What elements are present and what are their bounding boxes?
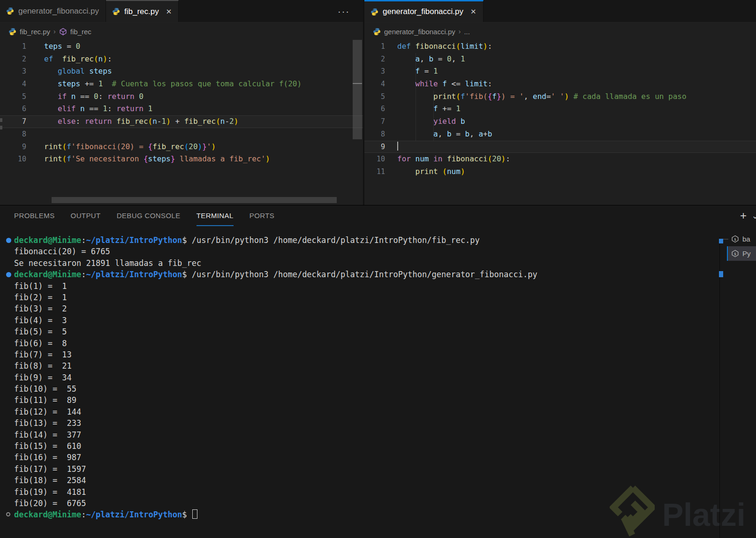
token: /usr/bin/python3 /home/deckard/platzi/In… — [187, 270, 537, 279]
token: num — [416, 154, 429, 163]
token: elif — [58, 104, 76, 113]
terminal-output[interactable]: deckard@Minime:~/platzi/IntroPython$ /us… — [0, 226, 756, 521]
code-editor-fib-rec[interactable]: 1teps = 02ef fib_rec(n):3 global steps4 … — [0, 40, 363, 166]
code-line[interactable]: 4 while f <= limit: — [364, 78, 756, 91]
token — [67, 92, 71, 101]
code-line[interactable]: 5 if n == 0: return 0 — [0, 91, 363, 103]
code-line[interactable]: 7 yield b — [364, 115, 756, 128]
token: <= — [447, 79, 465, 88]
token: fibonacci(20) = 6765 — [14, 247, 110, 256]
token — [44, 104, 58, 113]
line-number: 6 — [0, 103, 26, 115]
horizontal-scrollbar[interactable] — [52, 197, 337, 203]
editor-actions-more-icon[interactable]: ··· — [338, 0, 350, 23]
code-line[interactable]: 8 — [0, 128, 363, 141]
tab-debug-console[interactable]: DEBUG CONSOLE — [117, 205, 181, 226]
token: = — [420, 67, 433, 76]
token: b — [429, 54, 433, 63]
token: limit — [465, 79, 488, 88]
token: ( — [62, 154, 67, 163]
tab-problems[interactable]: PROBLEMS — [14, 205, 55, 226]
code-line[interactable]: 2 a, b = 0, 1 — [364, 53, 756, 66]
tab-bar-right: generator_fibonacci.py ✕ — [364, 0, 756, 23]
token: $ — [182, 235, 187, 245]
breadcrumb[interactable]: generator_fibonacci.py › ... — [364, 23, 756, 40]
code-line[interactable]: 8 a, b = b, a+b — [364, 128, 756, 141]
token: ( — [488, 154, 492, 163]
tab-label: generator_fibonacci.py — [383, 7, 463, 16]
token: # Cuenta los pasos que toma calcular f(2… — [112, 79, 302, 88]
terminal-list-item[interactable]: $Py — [727, 246, 756, 261]
token: ( — [216, 117, 220, 126]
token: fib_rec — [152, 142, 184, 151]
terminal-bash-icon: $ — [731, 250, 739, 258]
left-edge-mark — [0, 126, 2, 129]
close-icon[interactable]: ✕ — [166, 8, 172, 16]
new-terminal-icon[interactable]: + — [740, 209, 747, 222]
token: ( — [456, 92, 461, 101]
token: a — [433, 129, 438, 138]
code-line[interactable]: 3 f = 1 — [364, 65, 756, 78]
overview-command-mark — [719, 271, 723, 277]
panel-actions: + ⌄ — [740, 205, 753, 226]
token: fib(17) = 1597 — [14, 464, 86, 474]
close-icon[interactable]: ✕ — [470, 8, 476, 16]
token: 0 — [447, 54, 452, 63]
code-line[interactable]: 10rint(f'Se necesitaron {steps} llamadas… — [0, 153, 363, 166]
breadcrumb[interactable]: fib_rec.py › fib_rec — [0, 23, 363, 40]
token: 'fibonacci(20) = — [71, 142, 148, 151]
token: - — [225, 117, 229, 126]
token: = — [452, 129, 465, 138]
command-decoration-icon[interactable] — [6, 272, 11, 277]
token: f — [461, 92, 465, 101]
code-line[interactable]: 4 steps += 1 # Cuenta los pasos que toma… — [0, 78, 363, 91]
code-line[interactable]: 1def fibonacci(limit): — [364, 40, 756, 53]
token — [438, 79, 443, 88]
token — [44, 67, 58, 76]
panel-header: PROBLEMS OUTPUT DEBUG CONSOLE TERMINAL P… — [0, 205, 756, 226]
code-line[interactable]: 5 print(f'fib({f}) = ', end=' ') # cada … — [364, 91, 756, 103]
code-line[interactable]: 6 elif n == 1: return 1 — [0, 103, 363, 115]
line-number: 8 — [364, 128, 385, 141]
token: : — [107, 54, 112, 63]
terminal-output-row: fib(8) = 21 — [0, 360, 756, 371]
code-line[interactable]: 6 f += 1 — [364, 103, 756, 115]
vertical-scrollbar[interactable] — [353, 40, 362, 139]
terminal-output-row: fib(13) = 233 — [0, 417, 756, 429]
terminal-cursor — [192, 509, 197, 519]
code-line[interactable]: 11 print (num) — [364, 166, 756, 178]
tab-generator-fibonacci-left[interactable]: generator_fibonacci.py — [0, 0, 106, 22]
command-decoration-icon[interactable] — [6, 512, 10, 516]
tab-generator-fibonacci[interactable]: generator_fibonacci.py ✕ — [364, 0, 484, 22]
token — [411, 42, 416, 51]
token: ) — [103, 54, 107, 63]
token: f — [433, 104, 438, 113]
code-line[interactable]: 1teps = 0 — [0, 40, 363, 53]
code-line[interactable]: 3 global steps — [0, 65, 363, 78]
code-line[interactable]: 10for num in fibonacci(20): — [364, 153, 756, 166]
code-line[interactable]: 9 — [364, 141, 756, 153]
token: 2 — [229, 117, 234, 126]
tab-fib-rec[interactable]: fib_rec.py ✕ — [106, 0, 179, 22]
tab-output[interactable]: OUTPUT — [71, 205, 101, 226]
code-editor-generator-fibonacci[interactable]: 1def fibonacci(limit):2 a, b = 0, 13 f =… — [364, 40, 756, 178]
terminal-prompt-row: deckard@Minime:~/platzi/IntroPython$ — [0, 509, 756, 520]
overview-command-mark — [719, 239, 723, 243]
tab-ports[interactable]: PORTS — [249, 205, 274, 226]
token: ~/platzi/IntroPython — [86, 510, 182, 519]
token: 0 — [94, 92, 98, 101]
token: return — [107, 92, 135, 101]
terminal-list-item[interactable]: $ba — [727, 232, 756, 246]
code-line[interactable]: 7 else: return fib_rec(n-1) + fib_rec(n-… — [0, 115, 363, 128]
chevron-down-icon[interactable]: ⌄ — [752, 211, 756, 221]
token: 1 — [461, 54, 465, 63]
token: ) — [265, 154, 270, 163]
tab-terminal[interactable]: TERMINAL — [197, 205, 234, 226]
token: fibonacci — [416, 42, 456, 51]
token: ( — [456, 42, 461, 51]
command-decoration-icon[interactable] — [6, 238, 11, 243]
svg-text:$: $ — [734, 252, 736, 256]
code-line[interactable]: 9rint(f'fibonacci(20) = {fib_rec(20)}') — [0, 141, 363, 153]
code-line[interactable]: 2ef fib_rec(n): — [0, 53, 363, 66]
terminal-output-row: fib(19) = 4181 — [0, 486, 756, 498]
